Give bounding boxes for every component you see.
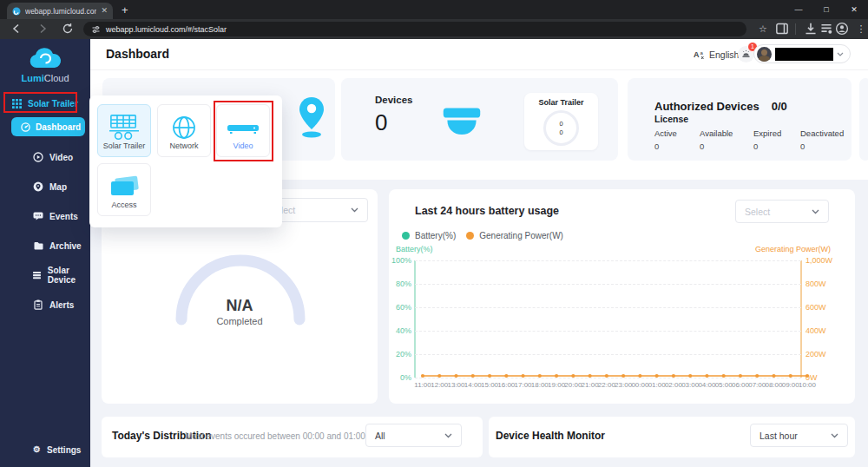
chevron-down-icon [831, 433, 838, 438]
solar-trailer-icon [107, 113, 141, 142]
list-icon [33, 270, 42, 280]
clipboard-icon [33, 299, 43, 310]
reading-list-icon[interactable] [819, 22, 833, 36]
sidebar-item-solar-device[interactable]: Solar Device [33, 268, 90, 282]
annotation-box-solar-trailer [3, 92, 77, 113]
map-icon [33, 181, 43, 192]
stat-active: Active 0 [654, 128, 677, 151]
download-icon[interactable] [804, 22, 818, 36]
authorized-devices-card: Authorized Devices 0/0 License Active 0 … [628, 78, 852, 161]
gauge-value: N/A [102, 297, 378, 315]
forward-icon[interactable] [36, 23, 49, 35]
chevron-down-icon [444, 433, 452, 438]
stat-expired: Expired 0 [753, 128, 781, 151]
window-minimize-icon[interactable]: — [785, 0, 812, 19]
toolbar-separator [795, 23, 796, 35]
partial-card-edge [859, 78, 868, 161]
favicon-lumicloud [12, 7, 21, 16]
browser-tab-strip: webapp.lumicloud.com/#/stac ✕ + — □ ✕ [0, 0, 868, 19]
window-controls: — □ ✕ [785, 0, 868, 19]
bookmark-star-icon[interactable]: ☆ [756, 22, 770, 36]
sidebar-item-label: Dashboard [36, 122, 81, 132]
stat-available: Available 0 [700, 128, 733, 151]
series-layer [389, 189, 855, 404]
tab-close-icon[interactable]: ✕ [101, 7, 108, 15]
tab-title: webapp.lumicloud.com/#/stac [25, 7, 96, 16]
sidebar-item-map[interactable]: Map [33, 180, 67, 194]
new-tab-icon[interactable]: + [122, 3, 128, 16]
back-icon[interactable] [10, 23, 23, 35]
sidebar-item-archive[interactable]: Archive [33, 239, 82, 253]
sidebar-item-dashboard[interactable]: Dashboard [11, 117, 85, 136]
avatar [757, 47, 772, 62]
address-bar[interactable]: webapp.lumicloud.com/#/stacSolar [83, 22, 746, 36]
chat-bubble-icon [33, 211, 43, 221]
dome-camera-icon [441, 106, 483, 142]
popup-tile-solar-trailer[interactable]: Solar Trailer [97, 104, 151, 157]
distribution-card: Today's Distribution Most events occured… [102, 417, 483, 457]
solar-trailer-mini-card: Solar Trailer 0 0 [524, 93, 598, 150]
sidebar-item-video[interactable]: Video [33, 150, 73, 164]
devices-card: Devices 0 Solar Trailer 0 0 [341, 78, 618, 161]
solar-trailer-mini-title: Solar Trailer [524, 98, 598, 107]
annotation-box-video [214, 101, 273, 161]
gear-icon: ⚙ [33, 444, 41, 455]
network-globe-icon [171, 115, 197, 141]
video-icon [33, 152, 43, 162]
sidebar: LumiCloud Solar Trailer Dashboard Video … [0, 39, 90, 467]
sidebar-item-events[interactable]: Events [33, 209, 78, 223]
lumicloud-logo-icon [26, 46, 64, 72]
solar-trailer-ring: 0 0 [543, 110, 579, 146]
svg-text:a: a [700, 50, 704, 56]
browser-tab[interactable]: webapp.lumicloud.com/#/stac ✕ [7, 3, 113, 19]
gauge-caption: Completed [102, 316, 378, 326]
access-icon [109, 175, 139, 198]
window-maximize-icon[interactable]: □ [812, 0, 840, 19]
chevron-down-icon [837, 52, 844, 56]
site-settings-icon[interactable] [92, 25, 100, 34]
username-redacted [775, 48, 833, 61]
reload-icon[interactable] [62, 23, 74, 35]
battery-usage-card: Last 24 hours battery usage Select Batte… [389, 189, 855, 404]
authorized-ratio: 0/0 [772, 100, 787, 113]
side-panel-icon[interactable] [775, 22, 789, 36]
page-title: Dashboard [106, 47, 169, 61]
profile-icon[interactable] [835, 22, 849, 36]
device-health-card: Device Health Monitor Last hour [489, 417, 855, 457]
license-label: License [654, 114, 688, 124]
language-switcher[interactable]: Aa English [694, 49, 739, 60]
brand-name: LumiCloud [0, 73, 90, 83]
popup-tile-network[interactable]: Network [157, 104, 211, 157]
location-pin-icon [297, 95, 326, 139]
popup-tile-access[interactable]: Access [97, 163, 151, 216]
sidebar-item-alerts[interactable]: Alerts [33, 298, 74, 312]
browser-menu-icon[interactable]: ⋮ [854, 22, 868, 36]
user-menu[interactable] [753, 44, 851, 63]
sidebar-item-settings[interactable]: ⚙ Settings [33, 443, 81, 457]
svg-text:A: A [694, 50, 700, 59]
device-health-select[interactable]: Last hour [750, 424, 848, 447]
plot-area: 100%1,000W80%800W60%600W40%400W20%200W0%… [389, 189, 855, 404]
stat-deactivated: Deactivated 0 [800, 128, 844, 151]
translate-icon: Aa [694, 49, 705, 60]
distribution-select[interactable]: All [365, 424, 462, 447]
screen: webapp.lumicloud.com/#/stac ✕ + — □ ✕ we… [0, 0, 868, 467]
authorized-title: Authorized Devices 0/0 [654, 100, 787, 113]
window-close-icon[interactable]: ✕ [840, 0, 868, 19]
folder-icon [33, 240, 43, 251]
url-text[interactable]: webapp.lumicloud.com/#/stacSolar [106, 25, 227, 34]
devices-value: 0 [375, 109, 387, 136]
devices-label: Devices [375, 95, 412, 105]
dashboard-icon [21, 122, 30, 132]
language-label: English [709, 49, 739, 60]
device-health-title: Device Health Monitor [496, 430, 605, 442]
